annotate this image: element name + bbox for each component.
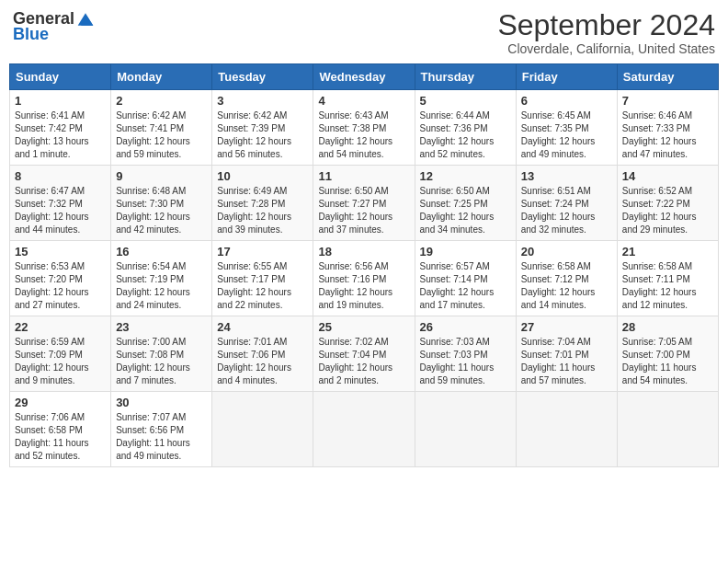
- day-number: 5: [420, 94, 511, 108]
- logo: General Blue: [13, 9, 95, 44]
- calendar-cell: 22Sunrise: 6:59 AMSunset: 7:09 PMDayligh…: [10, 316, 111, 392]
- header-friday: Friday: [516, 64, 617, 90]
- day-number: 10: [217, 169, 308, 183]
- day-number: 18: [318, 245, 409, 259]
- day-info: Sunrise: 7:06 AMSunset: 6:58 PMDaylight:…: [15, 411, 106, 463]
- day-number: 21: [622, 245, 713, 259]
- location-text: Cloverdale, California, United States: [497, 41, 715, 56]
- day-number: 12: [420, 169, 511, 183]
- calendar-cell: 12Sunrise: 6:50 AMSunset: 7:25 PMDayligh…: [415, 166, 516, 241]
- day-info: Sunrise: 6:55 AMSunset: 7:17 PMDaylight:…: [217, 260, 308, 312]
- day-number: 2: [116, 94, 207, 108]
- calendar-cell: 10Sunrise: 6:49 AMSunset: 7:28 PMDayligh…: [212, 166, 313, 241]
- week-row-1: 1Sunrise: 6:41 AMSunset: 7:42 PMDaylight…: [10, 90, 719, 166]
- calendar-cell: [617, 392, 718, 467]
- calendar-cell: 29Sunrise: 7:06 AMSunset: 6:58 PMDayligh…: [10, 392, 111, 467]
- day-info: Sunrise: 6:46 AMSunset: 7:33 PMDaylight:…: [622, 109, 713, 161]
- day-number: 9: [116, 169, 207, 183]
- day-info: Sunrise: 7:04 AMSunset: 7:01 PMDaylight:…: [521, 336, 612, 387]
- header-thursday: Thursday: [415, 64, 516, 90]
- calendar-cell: 13Sunrise: 6:51 AMSunset: 7:24 PMDayligh…: [516, 166, 617, 241]
- calendar-cell: 6Sunrise: 6:45 AMSunset: 7:35 PMDaylight…: [516, 90, 617, 166]
- day-info: Sunrise: 7:00 AMSunset: 7:08 PMDaylight:…: [116, 336, 207, 387]
- calendar-cell: 1Sunrise: 6:41 AMSunset: 7:42 PMDaylight…: [10, 90, 111, 166]
- calendar-cell: 21Sunrise: 6:58 AMSunset: 7:11 PMDayligh…: [617, 241, 718, 316]
- day-info: Sunrise: 6:51 AMSunset: 7:24 PMDaylight:…: [521, 185, 612, 236]
- day-info: Sunrise: 6:52 AMSunset: 7:22 PMDaylight:…: [622, 185, 713, 236]
- header-wednesday: Wednesday: [313, 64, 415, 90]
- day-info: Sunrise: 6:50 AMSunset: 7:25 PMDaylight:…: [420, 185, 511, 236]
- week-row-3: 15Sunrise: 6:53 AMSunset: 7:20 PMDayligh…: [10, 241, 719, 316]
- day-info: Sunrise: 6:56 AMSunset: 7:16 PMDaylight:…: [318, 260, 409, 312]
- calendar-cell: 18Sunrise: 6:56 AMSunset: 7:16 PMDayligh…: [313, 241, 415, 316]
- day-number: 14: [622, 169, 713, 183]
- day-info: Sunrise: 7:07 AMSunset: 6:56 PMDaylight:…: [116, 411, 207, 463]
- day-info: Sunrise: 6:50 AMSunset: 7:27 PMDaylight:…: [318, 185, 409, 236]
- day-info: Sunrise: 7:03 AMSunset: 7:03 PMDaylight:…: [420, 336, 511, 387]
- day-info: Sunrise: 6:41 AMSunset: 7:42 PMDaylight:…: [15, 109, 106, 161]
- header-sunday: Sunday: [10, 64, 111, 90]
- calendar-cell: 30Sunrise: 7:07 AMSunset: 6:56 PMDayligh…: [111, 392, 212, 467]
- calendar-cell: 5Sunrise: 6:44 AMSunset: 7:36 PMDaylight…: [415, 90, 516, 166]
- calendar-cell: 3Sunrise: 6:42 AMSunset: 7:39 PMDaylight…: [212, 90, 313, 166]
- calendar-cell: 19Sunrise: 6:57 AMSunset: 7:14 PMDayligh…: [415, 241, 516, 316]
- day-number: 20: [521, 245, 612, 259]
- calendar-cell: 11Sunrise: 6:50 AMSunset: 7:27 PMDayligh…: [313, 166, 415, 241]
- day-info: Sunrise: 6:59 AMSunset: 7:09 PMDaylight:…: [15, 336, 106, 387]
- day-number: 7: [622, 94, 713, 108]
- day-info: Sunrise: 6:58 AMSunset: 7:11 PMDaylight:…: [622, 260, 713, 312]
- day-number: 11: [318, 169, 409, 183]
- calendar-cell: [212, 392, 313, 467]
- calendar-cell: [313, 392, 415, 467]
- calendar-cell: 16Sunrise: 6:54 AMSunset: 7:19 PMDayligh…: [111, 241, 212, 316]
- calendar-cell: [415, 392, 516, 467]
- day-number: 8: [15, 169, 106, 183]
- day-number: 26: [420, 320, 511, 334]
- day-number: 6: [521, 94, 612, 108]
- day-number: 3: [217, 94, 308, 108]
- day-info: Sunrise: 6:53 AMSunset: 7:20 PMDaylight:…: [15, 260, 106, 312]
- day-number: 24: [217, 320, 308, 334]
- calendar-cell: 28Sunrise: 7:05 AMSunset: 7:00 PMDayligh…: [617, 316, 718, 392]
- calendar-cell: 2Sunrise: 6:42 AMSunset: 7:41 PMDaylight…: [111, 90, 212, 166]
- day-info: Sunrise: 6:45 AMSunset: 7:35 PMDaylight:…: [521, 109, 612, 161]
- day-info: Sunrise: 6:43 AMSunset: 7:38 PMDaylight:…: [318, 109, 409, 161]
- day-number: 17: [217, 245, 308, 259]
- week-row-2: 8Sunrise: 6:47 AMSunset: 7:32 PMDaylight…: [10, 166, 719, 241]
- day-number: 28: [622, 320, 713, 334]
- calendar-cell: 24Sunrise: 7:01 AMSunset: 7:06 PMDayligh…: [212, 316, 313, 392]
- title-block: September 2024 Cloverdale, California, U…: [497, 9, 715, 56]
- day-number: 1: [15, 94, 106, 108]
- day-number: 4: [318, 94, 409, 108]
- calendar-cell: 15Sunrise: 6:53 AMSunset: 7:20 PMDayligh…: [10, 241, 111, 316]
- calendar-cell: 17Sunrise: 6:55 AMSunset: 7:17 PMDayligh…: [212, 241, 313, 316]
- page-header: General Blue September 2024 Cloverdale, …: [9, 9, 719, 56]
- day-number: 16: [116, 245, 207, 259]
- week-row-4: 22Sunrise: 6:59 AMSunset: 7:09 PMDayligh…: [10, 316, 719, 392]
- day-info: Sunrise: 6:48 AMSunset: 7:30 PMDaylight:…: [116, 185, 207, 236]
- header-tuesday: Tuesday: [212, 64, 313, 90]
- day-info: Sunrise: 7:05 AMSunset: 7:00 PMDaylight:…: [622, 336, 713, 387]
- day-number: 22: [15, 320, 106, 334]
- logo-icon: [76, 10, 95, 29]
- weekday-header-row: SundayMondayTuesdayWednesdayThursdayFrid…: [10, 64, 719, 90]
- day-number: 30: [116, 396, 207, 409]
- day-number: 19: [420, 245, 511, 259]
- day-info: Sunrise: 6:44 AMSunset: 7:36 PMDaylight:…: [420, 109, 511, 161]
- header-monday: Monday: [111, 64, 212, 90]
- day-info: Sunrise: 6:47 AMSunset: 7:32 PMDaylight:…: [15, 185, 106, 236]
- month-title: September 2024: [497, 9, 715, 41]
- day-number: 25: [318, 320, 409, 334]
- calendar-cell: 25Sunrise: 7:02 AMSunset: 7:04 PMDayligh…: [313, 316, 415, 392]
- calendar-cell: [516, 392, 617, 467]
- day-info: Sunrise: 6:57 AMSunset: 7:14 PMDaylight:…: [420, 260, 511, 312]
- header-saturday: Saturday: [617, 64, 718, 90]
- calendar-cell: 20Sunrise: 6:58 AMSunset: 7:12 PMDayligh…: [516, 241, 617, 316]
- day-info: Sunrise: 6:58 AMSunset: 7:12 PMDaylight:…: [521, 260, 612, 312]
- calendar-cell: 26Sunrise: 7:03 AMSunset: 7:03 PMDayligh…: [415, 316, 516, 392]
- calendar-cell: 8Sunrise: 6:47 AMSunset: 7:32 PMDaylight…: [10, 166, 111, 241]
- logo-blue-text: Blue: [13, 25, 49, 44]
- day-info: Sunrise: 7:01 AMSunset: 7:06 PMDaylight:…: [217, 336, 308, 387]
- day-info: Sunrise: 7:02 AMSunset: 7:04 PMDaylight:…: [318, 336, 409, 387]
- day-number: 29: [15, 396, 106, 409]
